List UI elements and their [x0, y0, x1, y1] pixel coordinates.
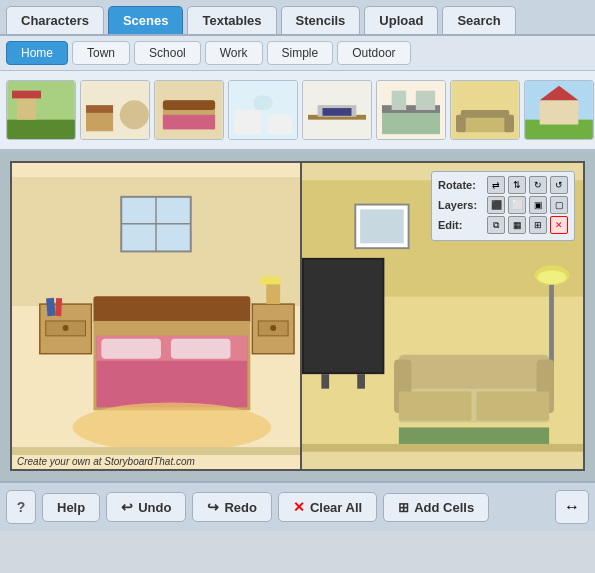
layer-forward-icon[interactable]: ▣ [529, 196, 547, 214]
redo-button[interactable]: ↪ Redo [192, 492, 272, 522]
arrow-right-icon: ↔ [564, 498, 580, 516]
undo-icon: ↩ [121, 499, 133, 515]
redo-icon: ↪ [207, 499, 219, 515]
scene-thumb-6[interactable] [376, 80, 446, 140]
svg-rect-32 [540, 100, 579, 124]
undo-label: Undo [138, 500, 171, 515]
svg-rect-27 [461, 110, 509, 118]
svg-rect-29 [504, 115, 514, 132]
subtab-home[interactable]: Home [6, 41, 68, 65]
layer-front-icon[interactable]: ⬛ [487, 196, 505, 214]
edit-icon2[interactable]: ▦ [508, 216, 526, 234]
svg-point-67 [537, 270, 566, 284]
svg-rect-6 [86, 105, 113, 113]
svg-rect-19 [323, 108, 352, 116]
svg-rect-2 [17, 96, 36, 120]
svg-rect-14 [268, 115, 292, 134]
svg-rect-60 [360, 209, 404, 243]
rotate-flip-v-icon[interactable]: ⇅ [508, 176, 526, 194]
subtab-town[interactable]: Town [72, 41, 130, 65]
rotate-ccw-icon[interactable]: ↺ [550, 176, 568, 194]
scene-thumb-7[interactable] [450, 80, 520, 140]
rotate-label: Rotate: [438, 179, 484, 191]
thumbnail-strip [0, 71, 595, 151]
scene-thumb-4[interactable] [228, 80, 298, 140]
scene-thumb-2[interactable] [80, 80, 150, 140]
svg-rect-75 [302, 444, 583, 452]
svg-point-52 [270, 325, 276, 331]
rotate-cw-icon[interactable]: ↻ [529, 176, 547, 194]
svg-rect-64 [357, 374, 365, 389]
svg-marker-54 [258, 276, 282, 284]
svg-rect-56 [12, 447, 300, 455]
undo-button[interactable]: ↩ Undo [106, 492, 186, 522]
layers-label: Layers: [438, 199, 484, 211]
layer-backward-icon[interactable]: ▢ [550, 196, 568, 214]
svg-rect-72 [399, 392, 472, 421]
help-label: Help [57, 500, 85, 515]
scene-thumb-5[interactable] [302, 80, 372, 140]
scene-thumb-8[interactable] [524, 80, 594, 140]
top-tab-bar: Characters Scenes Textables Stencils Upl… [0, 0, 595, 36]
scene-left[interactable]: Create your own at StoryboardThat.com [12, 163, 302, 469]
tab-stencils[interactable]: Stencils [281, 6, 361, 34]
edit-delete-icon[interactable]: ✕ [550, 216, 568, 234]
svg-point-55 [73, 402, 272, 452]
tab-upload[interactable]: Upload [364, 6, 438, 34]
svg-rect-62 [304, 260, 382, 372]
svg-rect-24 [416, 91, 435, 110]
bedroom-scene [12, 163, 300, 469]
svg-rect-44 [93, 296, 250, 324]
svg-rect-43 [55, 298, 62, 316]
scene-thumb-1[interactable] [6, 80, 76, 140]
scene-thumb-3[interactable] [154, 80, 224, 140]
add-cells-label: Add Cells [414, 500, 474, 515]
svg-rect-3 [12, 91, 41, 99]
redo-label: Redo [224, 500, 257, 515]
add-cells-button[interactable]: ⊞ Add Cells [383, 493, 489, 522]
svg-rect-73 [476, 392, 549, 421]
scene-right[interactable]: Rotate: ⇄ ⇅ ↻ ↺ Layers: ⬛ ⬜ ▣ ▢ Edit: ⧉ … [302, 163, 583, 469]
svg-rect-74 [399, 427, 549, 444]
svg-rect-42 [46, 298, 55, 317]
layer-back-icon[interactable]: ⬜ [508, 196, 526, 214]
svg-rect-15 [253, 96, 272, 111]
edit-row: Edit: ⧉ ▦ ⊞ ✕ [438, 216, 568, 234]
tab-scenes[interactable]: Scenes [108, 6, 184, 34]
subtab-work[interactable]: Work [205, 41, 263, 65]
clear-label: Clear All [310, 500, 362, 515]
rotate-flip-h-icon[interactable]: ⇄ [487, 176, 505, 194]
tab-characters[interactable]: Characters [6, 6, 104, 34]
subtab-simple[interactable]: Simple [267, 41, 334, 65]
layers-row: Layers: ⬛ ⬜ ▣ ▢ [438, 196, 568, 214]
tab-search[interactable]: Search [442, 6, 515, 34]
svg-rect-11 [163, 115, 215, 130]
bottom-bar: ? Help ↩ Undo ↪ Redo ✕ Clear All ⊞ Add C… [0, 481, 595, 531]
edit-copy-icon[interactable]: ⧉ [487, 216, 505, 234]
svg-rect-63 [321, 374, 329, 389]
edit-crop-icon[interactable]: ⊞ [529, 216, 547, 234]
svg-rect-53 [266, 284, 280, 304]
help-button[interactable]: Help [42, 493, 100, 522]
svg-rect-10 [163, 100, 215, 110]
svg-point-41 [63, 325, 69, 331]
svg-rect-5 [86, 110, 113, 131]
svg-rect-13 [234, 110, 261, 134]
svg-rect-1 [7, 120, 75, 139]
add-cells-icon: ⊞ [398, 500, 409, 515]
canvas-container: Create your own at StoryboardThat.com Ro… [10, 161, 585, 471]
clear-all-button[interactable]: ✕ Clear All [278, 492, 377, 522]
watermark: Create your own at StoryboardThat.com [17, 456, 195, 467]
subtab-school[interactable]: School [134, 41, 201, 65]
clear-icon: ✕ [293, 499, 305, 515]
svg-rect-23 [392, 91, 407, 110]
sub-tab-bar: Home Town School Work Simple Outdoor [0, 36, 595, 71]
help-question-button[interactable]: ? [6, 490, 36, 524]
svg-rect-49 [171, 339, 231, 359]
tab-textables[interactable]: Textables [187, 6, 276, 34]
arrow-right-button[interactable]: ↔ [555, 490, 589, 524]
subtab-outdoor[interactable]: Outdoor [337, 41, 410, 65]
toolbar-panel: Rotate: ⇄ ⇅ ↻ ↺ Layers: ⬛ ⬜ ▣ ▢ Edit: ⧉ … [431, 171, 575, 241]
edit-label: Edit: [438, 219, 484, 231]
svg-rect-21 [382, 110, 440, 134]
